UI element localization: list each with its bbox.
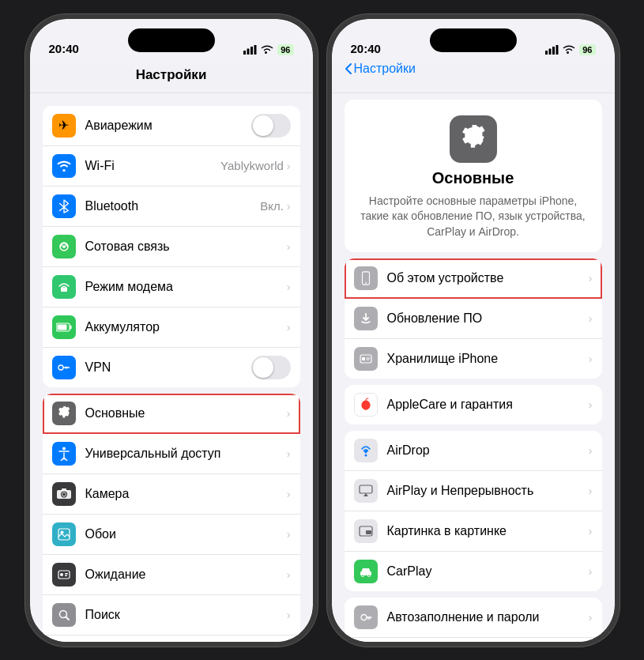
row-airplane[interactable]: ✈ Авиарежим [43,106,300,146]
group-general: Основные › Универсальный доступ › [43,394,300,642]
autofill-label: Автозаполнение и пароли [387,610,589,624]
batt-svg [56,322,72,332]
svg-rect-18 [62,488,66,491]
about-chevron: › [589,272,593,285]
svg-line-26 [66,617,69,620]
row-pip[interactable]: Картинка в картинке › [345,511,602,552]
wifi-status-icon-r [563,45,575,55]
hotspot-label: Режим модема [85,280,287,294]
status-icons-right: 96 [545,44,595,55]
hotspot-icon [52,275,76,299]
svg-point-4 [62,168,65,171]
gear-svg [57,406,71,421]
autofill-chevron: › [589,611,593,624]
pip-chevron: › [589,525,593,537]
airplane-icon: ✈ [52,114,76,138]
bluetooth-value: Вкл. [260,199,284,213]
row-applecare[interactable]: AppleCare и гарантия › [345,385,602,424]
row-airplay[interactable]: AirPlay и Непрерывность › [345,471,602,511]
row-accessibility[interactable]: Универсальный доступ › [43,434,300,474]
svg-point-41 [365,282,367,284]
carplay-chevron: › [589,565,593,578]
cam-svg [57,488,71,500]
vpn-toggle[interactable] [251,356,291,379]
airplay-chevron: › [589,485,593,497]
svg-rect-39 [556,45,559,55]
battery-label: Аккумулятор [85,320,287,334]
accessibility-icon [52,442,76,466]
airplay-svg [359,485,373,497]
svg-rect-43 [362,357,365,360]
back-chevron-icon [345,62,352,75]
group-network: ✈ Авиарежим Wi-Fi Yably [43,106,300,387]
battery-icon [52,315,76,339]
carplay-icon [354,560,378,583]
row-carplay[interactable]: CarPlay › [345,552,602,591]
svg-point-52 [367,575,370,577]
cellular-label: Сотовая связь [85,239,287,254]
svg-rect-19 [58,529,70,540]
row-general[interactable]: Основные › [43,394,300,434]
row-about[interactable]: Об этом устройстве › [345,258,602,299]
nav-bar-right: Настройки [332,62,615,93]
app-icon [450,115,497,163]
content-right[interactable]: Основные Настройте основные параметры iP… [332,93,615,642]
row-cellular[interactable]: Сотовая связь › [43,227,300,267]
phone-right: 20:40 96 [327,14,620,647]
update-icon [354,307,378,330]
row-bluetooth[interactable]: Bluetooth Вкл. › [43,187,300,227]
acc-svg [58,447,70,461]
row-wifi[interactable]: Wi-Fi Yablykworld › [43,146,300,187]
phone-left: 20:40 96 Настройки [25,14,318,647]
detail-header: Основные Настройте основные параметры iP… [345,100,602,253]
key-svg [360,611,372,624]
row-airdrop[interactable]: AirDrop › [345,431,602,471]
content-left[interactable]: ✈ Авиарежим Wi-Fi Yably [30,93,313,642]
applecare-label: AppleCare и гарантия [387,398,589,412]
wallpaper-icon [52,522,76,546]
row-control[interactable]: Пункт управления › [43,635,300,642]
row-camera[interactable]: Камера › [43,474,300,515]
nav-bar-left: Настройки [30,62,313,93]
cellular-chevron: › [287,240,291,253]
airplane-toggle[interactable] [251,114,291,138]
row-storage[interactable]: Хранилище iPhone › [345,339,602,379]
stby-svg [58,568,70,581]
svg-rect-1 [247,48,250,55]
carplay-label: CarPlay [387,564,589,579]
airplay-icon [354,479,378,503]
row-datetime[interactable]: Дата и время › [345,638,602,641]
row-software-update[interactable]: Обновление ПО › [345,299,602,339]
row-vpn[interactable]: VPN [43,348,300,387]
back-label: Настройки [354,62,416,76]
wifi-svg [57,160,71,172]
wifi-status-icon [261,45,273,55]
detail-desc: Настройте основные параметры iPhone, так… [357,194,589,240]
general-label: Основные [85,406,287,421]
phone-svg [360,271,371,285]
row-standby[interactable]: Ожидание › [43,555,300,595]
nav-back-right[interactable]: Настройки [345,62,416,76]
svg-rect-38 [552,47,555,55]
update-chevron: › [589,312,593,325]
bluetooth-label: Bluetooth [85,199,261,213]
svg-rect-2 [250,47,253,55]
general-chevron: › [287,407,291,420]
row-autofill[interactable]: Автозаполнение и пароли › [345,598,602,638]
dynamic-island-right [430,28,517,52]
pip-icon [354,519,378,543]
storage-label: Хранилище iPhone [387,352,589,366]
row-battery[interactable]: Аккумулятор › [43,307,300,348]
pip-label: Картинка в картинке [387,524,589,538]
general-icon [52,402,76,425]
row-wallpaper[interactable]: Обои › [43,515,300,555]
svg-point-22 [60,573,63,576]
group-device-info: Об этом устройстве › Обновление ПО › [345,258,602,379]
row-search[interactable]: Поиск › [43,595,300,635]
bluetooth-icon [52,194,76,218]
software-update-label: Обновление ПО [387,311,589,326]
row-hotspot[interactable]: Режим модема › [43,267,300,307]
cell-svg [58,240,70,253]
search-icon [52,603,76,627]
signal-icon-r [545,45,559,55]
